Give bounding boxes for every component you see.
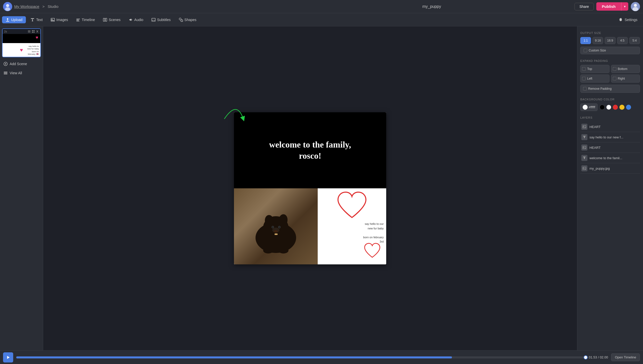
remove-padding-button[interactable]: Remove Padding <box>580 85 640 93</box>
list-icon <box>4 71 8 75</box>
top-bar: My Workspace > Studio my_puppy Share Pub… <box>0 0 643 13</box>
scene-delete-icon[interactable] <box>36 30 39 33</box>
plus-icon <box>4 62 8 66</box>
padding-left-button[interactable]: Left <box>580 75 610 83</box>
scene-thumb-header: 2s <box>3 29 40 34</box>
gear-icon <box>619 18 623 22</box>
bg-color-hex: #ffffff <box>589 105 595 109</box>
workspace-avatar <box>3 2 12 11</box>
top-bar-right: Share Publish ▾ <box>574 2 640 11</box>
svg-rect-12 <box>105 18 107 21</box>
svg-rect-15 <box>154 20 155 21</box>
size-btn-4-5[interactable]: 4:5 <box>617 37 628 44</box>
svg-point-36 <box>272 227 273 228</box>
canvas-top-section: welcome to the family, rosco! <box>234 112 386 188</box>
swatch-red[interactable] <box>613 105 618 110</box>
scene-heart-icon: ♥ <box>20 47 23 53</box>
swatch-black[interactable] <box>600 105 605 110</box>
toolbar: Upload Text Images Timeline Scenes Audio… <box>0 13 643 26</box>
view-all-button[interactable]: View All <box>0 68 43 78</box>
scene-grid-icon[interactable] <box>32 30 35 33</box>
publish-btn-wrapper: Publish ▾ <box>596 2 628 11</box>
canvas-dog-image <box>234 188 318 264</box>
scene-duration: 2s <box>4 30 7 33</box>
padding-bottom-button[interactable]: Bottom <box>611 65 640 73</box>
text-button[interactable]: Text <box>27 16 46 23</box>
file-name: my_puppy <box>289 4 574 9</box>
right-panel: OUTPUT SIZE 1:1 9:16 16:9 4:5 5:4 Custom… <box>577 26 643 350</box>
share-button[interactable]: Share <box>574 3 594 10</box>
size-btn-1-1[interactable]: 1:1 <box>580 37 591 44</box>
timeline-progress-bar[interactable] <box>16 356 586 358</box>
swatch-yellow[interactable] <box>619 105 624 110</box>
images-button[interactable]: Images <box>47 16 72 23</box>
publish-button[interactable]: Publish <box>596 2 621 11</box>
custom-size-button[interactable]: Custom Size <box>580 47 640 54</box>
dog-placeholder <box>234 188 318 264</box>
svg-rect-24 <box>33 32 35 33</box>
swatch-blue[interactable] <box>626 105 631 110</box>
padding-grid: Top Bottom Left Right <box>580 65 640 83</box>
layer-item-text-2[interactable]: welcome to the famil... <box>580 153 640 163</box>
scene-thumbnail[interactable]: 2s ♥ ♥ ♥ say hello tonew fur babyborn on… <box>2 28 41 57</box>
svg-point-45 <box>583 147 584 147</box>
custom-size-icon <box>584 49 587 52</box>
padding-right-icon <box>613 77 616 80</box>
time-display: 01.53 / 02.00 <box>589 355 608 359</box>
padding-top-icon <box>582 67 586 71</box>
canvas-right-section: say hello to our new fur baby born on fe… <box>318 188 386 264</box>
svg-rect-9 <box>76 20 79 20</box>
layer-name-text-1: say hello to our new f... <box>589 135 632 139</box>
shapes-button[interactable]: Shapes <box>175 16 200 23</box>
output-size-label: OUTPUT SIZE <box>580 31 640 34</box>
play-button[interactable] <box>3 352 13 362</box>
scene-preview-black-area <box>3 34 40 43</box>
upload-button[interactable]: Upload <box>2 16 26 23</box>
layer-icon-image-2 <box>581 144 587 151</box>
workspace-link[interactable]: My Workspace <box>14 4 39 9</box>
timeline-icon <box>76 18 80 22</box>
layer-item-text-1[interactable]: say hello to our new f... <box>580 132 640 142</box>
bg-color-picker[interactable]: #ffffff <box>580 103 598 111</box>
subtitles-button[interactable]: Subtitles <box>148 16 174 23</box>
svg-point-5 <box>633 7 638 11</box>
size-btn-9-16[interactable]: 9:16 <box>593 37 603 44</box>
scene-thumb-controls <box>28 30 39 33</box>
images-icon <box>51 18 55 22</box>
scene-heart-top-icon: ♥ <box>36 35 38 40</box>
svg-rect-20 <box>28 32 30 33</box>
scene-menu-icon[interactable] <box>28 30 31 33</box>
svg-point-47 <box>583 168 584 168</box>
layer-item-heart-2[interactable]: HEART <box>580 142 640 153</box>
bg-color-row: #ffffff <box>580 103 640 111</box>
svg-rect-27 <box>4 73 7 73</box>
dog-svg <box>250 197 301 256</box>
layer-item-heart-1[interactable]: HEART <box>580 122 640 132</box>
add-scene-button[interactable]: Add Scene <box>0 59 43 68</box>
timeline-handle[interactable] <box>584 355 588 359</box>
swatch-white[interactable] <box>606 105 611 110</box>
svg-rect-21 <box>32 30 33 31</box>
svg-point-37 <box>279 227 280 228</box>
size-btn-16-9[interactable]: 16:9 <box>605 37 615 44</box>
canvas-area: welcome to the family, rosco! <box>43 26 577 350</box>
layer-item-image[interactable]: my_puppy.jpg <box>580 163 640 174</box>
breadcrumb-sep: > <box>42 4 45 9</box>
canvas-headline: welcome to the family, rosco! <box>269 139 351 161</box>
scenes-button[interactable]: Scenes <box>99 16 124 23</box>
padding-top-button[interactable]: Top <box>580 65 610 73</box>
settings-button[interactable]: Settings <box>615 16 641 23</box>
bottom-bar: 01.53 / 02.00 Open Timeline <box>0 350 643 364</box>
size-btn-5-4[interactable]: 5:4 <box>629 37 640 44</box>
timeline-button[interactable]: Timeline <box>73 16 98 23</box>
svg-rect-19 <box>28 31 30 32</box>
audio-button[interactable]: Audio <box>125 16 147 23</box>
svg-rect-13 <box>152 18 155 21</box>
output-size-grid: 1:1 9:16 16:9 4:5 5:4 <box>580 37 640 44</box>
background-color-label: BACKGROUND COLOR <box>580 98 640 101</box>
padding-right-button[interactable]: Right <box>611 75 640 83</box>
publish-dropdown-button[interactable]: ▾ <box>621 2 628 11</box>
layer-icon-text-2 <box>581 155 587 161</box>
scene-preview: ♥ ♥ ♥ say hello tonew fur babyborn onfeb… <box>3 34 40 57</box>
open-timeline-button[interactable]: Open Timeline <box>611 353 640 361</box>
